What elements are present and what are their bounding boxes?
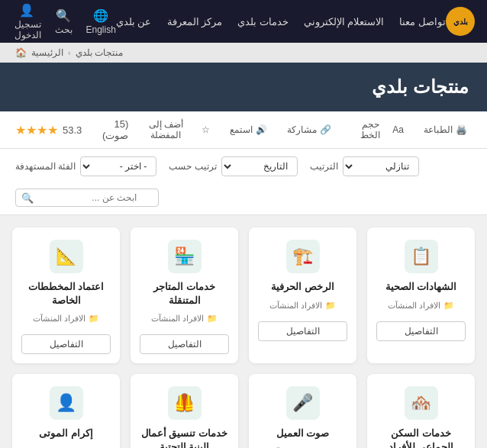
card-title-deceased: إكرام الموتى [39,427,92,441]
card-icon-customer-voice: 🎤 [286,386,320,420]
print-button[interactable]: 🖨️ الطباعة [419,123,472,137]
order-select[interactable]: تنازلي [343,156,419,176]
nav-knowledge[interactable]: مركز المعرفة [167,16,223,27]
page-title: منتجات بلدي [18,76,469,98]
sortby-label: ترتيب حسب [169,161,216,172]
card-title-mobile-markets: خدمات المتاجر المتنقلة [140,281,229,308]
login-label: تسجيل الدخول [12,19,41,40]
home-icon: 🏠 [15,47,27,58]
nav-login[interactable]: 👤 تسجيل الدخول [12,3,41,40]
card-meta-craft-licenses: 📁 الافراد المنشآت [269,301,336,311]
print-icon: 🖨️ [456,124,467,135]
favorite-button[interactable]: ☆ أضف إلى المفضلة [128,118,214,142]
card-health-certs: 📋 الشهادات الصحية 📁 الافراد المنشآت التف… [367,227,475,363]
search-icon: 🔍 [21,192,34,204]
card-icon-infra-works: 🦺 [168,386,202,420]
navbar-right: 🌐 English 🔍 بحث 👤 تسجيل الدخول [12,3,116,40]
nav-search[interactable]: 🔍 بحث [55,8,73,35]
card-private-plans: 📐 اعتماد المخططات الخاصة 📁 الافراد المنش… [12,227,120,363]
detail-button-health-certs[interactable]: التفاصيل [376,321,466,341]
card-icon-health-certs: 📋 [405,240,438,273]
sortby-filter-group: التاريخ ترتيب حسب [169,156,297,176]
listen-button[interactable]: 🔊 استمع [225,123,272,137]
sortby-select[interactable]: التاريخ [221,156,298,176]
toolbar-rating: (15 صوت) 53.3 ★★★★ [15,118,128,141]
card-title-craft-licenses: الرخص الحرفية [271,281,334,295]
font-icon: Aa [392,124,404,135]
user-icon: 👤 [19,3,34,18]
nav-eservice[interactable]: الاستعلام الإلكتروني [304,16,385,27]
card-title-customer-voice: صوت العميل [276,427,329,441]
card-icon-mobile-markets: 🏪 [168,240,202,273]
card-residential-housing: 🏘️ خدمات السكن الجماعي للأفراد 📁 الافراد… [367,374,475,448]
detail-button-private-plans[interactable]: التفاصيل [21,334,111,354]
breadcrumb-current[interactable]: منتجات بلدي [76,47,123,58]
detail-button-craft-licenses[interactable]: التفاصيل [258,321,347,341]
card-icon-craft-licenses: 🏗️ [286,240,320,273]
font-size-button[interactable]: Aa حجم الخط [347,118,408,142]
globe-icon: 🌐 [93,8,108,23]
font-label: حجم الخط [351,119,389,140]
target-label: الفئة المستهدفة [15,161,76,172]
search-input[interactable] [15,189,159,207]
nav-lang[interactable]: 🌐 English [86,8,116,35]
order-label: الترتيب [310,161,338,172]
target-select[interactable]: - اختر - [80,156,156,176]
nav-menu: تواصل معنا الاستعلام الإلكتروني خدمات بل… [116,16,446,27]
toolbar: 🖨️ الطباعة Aa حجم الخط 🔗 مشاركة 🔊 استمع … [0,111,487,149]
speaker-icon: 🔊 [256,124,267,135]
target-filter-group: - اختر - الفئة المستهدفة [15,156,156,176]
cards-grid: 📋 الشهادات الصحية 📁 الافراد المنشآت التف… [12,227,475,448]
toolbar-actions: 🖨️ الطباعة Aa حجم الخط 🔗 مشاركة 🔊 استمع … [128,118,472,142]
lang-label: English [86,24,116,35]
search-label: بحث [55,24,73,35]
card-footer-craft-licenses: التفاصيل [258,321,347,341]
share-button[interactable]: 🔗 مشاركة [282,123,336,137]
rating-score: 53.3 [63,124,82,136]
card-title-infra-works: خدمات تنسيق أعمال البنية التحتية [140,427,229,448]
search-icon: 🔍 [56,8,71,23]
folder-icon: 📁 [325,301,336,311]
card-meta-health-certs: 📁 الافراد المنشآت [388,301,454,311]
card-craft-licenses: 🏗️ الرخص الحرفية 📁 الافراد المنشآت التفا… [249,227,356,363]
card-customer-voice: 🎤 صوت العميل 📁 الافراد المنشآت التفاصيل [249,374,356,448]
filter-bar: تنازلي الترتيب التاريخ ترتيب حسب - اختر … [0,149,487,215]
card-title-private-plans: اعتماد المخططات الخاصة [21,281,111,308]
nav-about[interactable]: عن بلدي [116,16,152,27]
card-icon-private-plans: 📐 [50,240,83,273]
card-icon-residential-housing: 🏘️ [405,386,438,420]
card-footer-mobile-markets: التفاصيل [140,334,229,354]
logo[interactable]: بلدي [446,7,475,36]
navbar: بلدي تواصل معنا الاستعلام الإلكتروني خدم… [0,0,487,43]
rating-count: (15 صوت) [86,118,128,141]
card-meta-private-plans: 📁 الافراد المنشآت [33,314,99,324]
breadcrumb-separator: › [68,48,71,57]
nav-contact[interactable]: تواصل معنا [399,16,446,27]
folder-icon: 📁 [89,314,99,324]
card-mobile-markets: 🏪 خدمات المتاجر المتنقلة 📁 الافراد المنش… [131,227,238,363]
order-filter-group: تنازلي الترتيب [310,156,419,176]
favorite-label: أضف إلى المفضلة [133,119,198,140]
card-footer-private-plans: التفاصيل [21,334,111,354]
nav-services[interactable]: خدمات بلدي [237,16,289,27]
folder-icon: 📁 [207,314,218,324]
rating-stars: ★★★★ [15,123,58,137]
folder-icon: 📁 [443,301,454,311]
card-footer-health-certs: التفاصيل [376,321,466,341]
card-title-residential-housing: خدمات السكن الجماعي للأفراد [376,427,466,448]
breadcrumb: منتجات بلدي › الرئيسية 🏠 [0,43,487,63]
card-infra-works: 🦺 خدمات تنسيق أعمال البنية التحتية 📁 الم… [131,374,238,448]
card-title-health-certs: الشهادات الصحية [385,281,456,295]
card-icon-deceased: 👤 [50,386,83,420]
logo-text: بلدي [453,18,468,26]
navbar-left: بلدي [446,7,475,36]
page-header: منتجات بلدي [0,63,487,111]
share-label: مشاركة [287,124,317,135]
search-wrap: 🔍 [15,189,159,207]
star-icon: ☆ [202,124,210,135]
cards-area: 📋 الشهادات الصحية 📁 الافراد المنشآت التف… [0,215,487,448]
print-label: الطباعة [424,124,453,135]
share-icon: 🔗 [320,124,331,135]
breadcrumb-home[interactable]: الرئيسية [31,47,63,58]
detail-button-mobile-markets[interactable]: التفاصيل [140,334,229,354]
